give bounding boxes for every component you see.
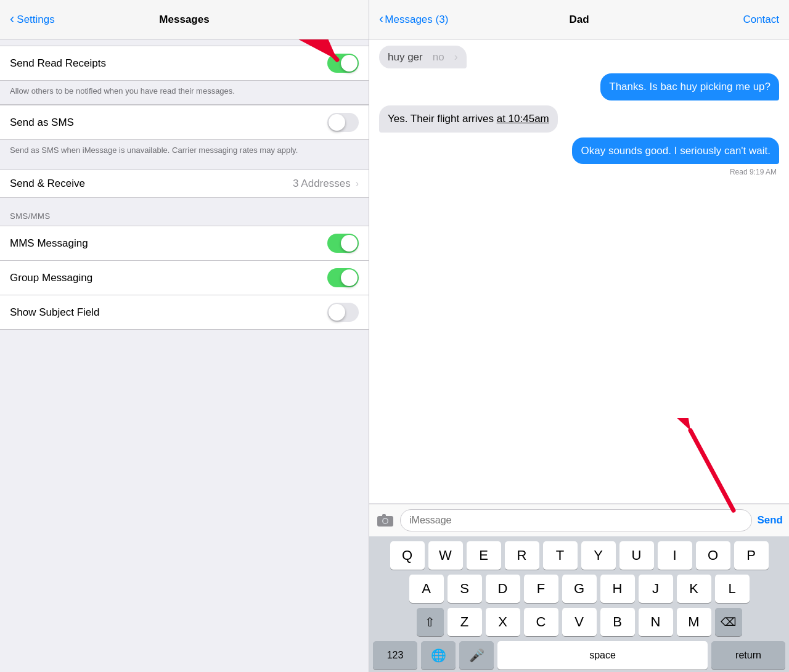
message-row: Yes. Their flight arrives at 10:45am [379,105,779,133]
group-messaging-toggle[interactable] [327,268,359,287]
received-text-1: Yes. Their flight arrives at 10:45am [388,113,549,125]
key-h[interactable]: H [600,575,635,603]
messages-body: huy ger no › Thanks. Is bac huy picking … [369,39,789,503]
key-c[interactable]: C [524,608,558,636]
key-s[interactable]: S [448,575,482,603]
messages-back-chevron-icon: ‹ [379,12,383,26]
send-read-receipts-label: Send Read Receipts [10,57,106,70]
send-read-receipts-toggle[interactable] [327,54,359,73]
keyboard-row-4: 123 🌐 🎤 space return [371,641,787,670]
shift-key[interactable]: ⇧ [417,608,444,636]
send-as-sms-toggle[interactable] [327,113,359,132]
mms-messaging-row: MMS Messaging [0,226,369,261]
key-n[interactable]: N [639,608,673,636]
send-receive-row[interactable]: Send & Receive 3 Addresses › [0,170,369,197]
camera-button[interactable] [375,510,395,530]
mic-key[interactable]: 🎤 [459,641,494,670]
settings-nav-bar: ‹ Settings Messages [0,0,369,39]
settings-panel: ‹ Settings Messages Send Read Receipts [0,0,369,672]
key-m[interactable]: M [677,608,711,636]
key-l[interactable]: L [715,575,750,603]
toggle-knob [341,55,358,72]
key-e[interactable]: E [467,541,501,570]
read-status: Read 9:19 AM [379,168,779,176]
send-receive-right: 3 Addresses › [293,178,359,190]
keyboard-row-1: Q W E R T Y U I O P [371,541,787,570]
settings-back-button[interactable]: ‹ Settings [10,14,55,26]
key-w[interactable]: W [428,541,463,570]
keyboard-row-3: ⇧ Z X C V B N M ⌫ [371,608,787,636]
partial-subtext: no [433,51,444,64]
key-o[interactable]: O [696,541,730,570]
send-read-receipts-description: Allow others to be notified when you hav… [0,81,369,104]
key-t[interactable]: T [543,541,578,570]
partial-bubble: huy ger no › [379,46,467,68]
space-key[interactable]: space [497,641,708,670]
settings-title: Messages [159,14,209,26]
sent-bubble-1: Thanks. Is bac huy picking me up? [600,73,779,100]
group-messaging-label: Group Messaging [10,272,92,284]
message-row: huy ger no › [379,46,779,68]
smsmms-group: MMS Messaging Group Messaging Show Subje… [0,226,369,330]
show-subject-field-toggle[interactable] [327,303,359,322]
message-input[interactable] [400,509,752,531]
send-receive-label: Send & Receive [10,178,85,190]
key-j[interactable]: J [639,575,673,603]
partial-chevron: › [454,51,458,64]
number-key[interactable]: 123 [373,641,417,670]
send-as-sms-group: Send as SMS [0,105,369,140]
toggle-knob-sms [329,114,345,131]
group-messaging-row: Group Messaging [0,261,369,295]
key-g[interactable]: G [562,575,597,603]
key-p[interactable]: P [734,541,769,570]
svg-rect-7 [382,514,386,517]
send-read-receipts-group: Send Read Receipts [0,46,369,81]
send-read-receipts-row: Send Read Receipts [0,46,369,80]
message-input-area: Send [369,504,789,536]
settings-content: Send Read Receipts [0,39,369,672]
key-u[interactable]: U [619,541,654,570]
key-a[interactable]: A [409,575,444,603]
messages-title: Dad [569,14,589,26]
key-z[interactable]: Z [448,608,482,636]
back-chevron-icon: ‹ [10,12,14,26]
camera-icon [377,514,393,527]
mms-messaging-label: MMS Messaging [10,237,88,250]
send-as-sms-description: Send as SMS when iMessage is unavailable… [0,140,369,163]
key-f[interactable]: F [524,575,558,603]
settings-back-label: Settings [17,14,54,26]
toggle-knob-subject [329,304,345,321]
toggle-knob-group [341,269,358,286]
globe-key[interactable]: 🌐 [421,641,456,670]
sent-text-2: Okay sounds good. I seriously can't wait… [581,145,771,157]
messages-nav-bar: ‹ Messages (3) Dad Contact [369,0,789,39]
key-y[interactable]: Y [581,541,616,570]
key-q[interactable]: Q [390,541,425,570]
chevron-right-icon: › [356,178,359,189]
sent-bubble-2: Okay sounds good. I seriously can't wait… [572,137,779,165]
send-receive-value: 3 Addresses [293,178,351,190]
key-r[interactable]: R [505,541,539,570]
send-as-sms-label: Send as SMS [10,117,74,129]
key-d[interactable]: D [486,575,520,603]
send-receive-group: Send & Receive 3 Addresses › [0,170,369,198]
key-b[interactable]: B [600,608,635,636]
mms-messaging-toggle[interactable] [327,234,359,253]
flight-link[interactable]: at 10:45am [497,113,549,125]
delete-key[interactable]: ⌫ [715,608,742,636]
toggle-knob-mms [341,235,358,252]
key-v[interactable]: V [562,608,597,636]
key-i[interactable]: I [658,541,692,570]
messages-panel: ‹ Messages (3) Dad Contact huy ger no › … [369,0,789,672]
messages-back-button[interactable]: ‹ Messages (3) [379,14,448,26]
key-k[interactable]: K [677,575,711,603]
contact-button[interactable]: Contact [743,14,779,26]
send-button[interactable]: Send [757,514,783,527]
send-as-sms-row: Send as SMS [0,105,369,139]
messages-back-label: Messages (3) [385,14,448,26]
svg-point-6 [383,519,388,523]
partial-text: huy ger [388,51,423,64]
key-x[interactable]: X [486,608,520,636]
received-bubble-1: Yes. Their flight arrives at 10:45am [379,105,558,133]
return-key[interactable]: return [711,641,785,670]
